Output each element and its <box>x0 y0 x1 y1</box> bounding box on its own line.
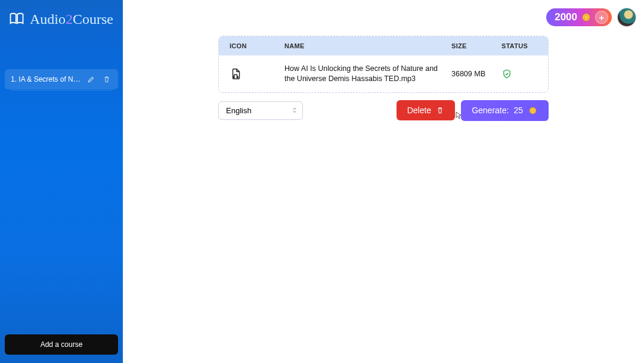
header-size: SIZE <box>451 42 501 49</box>
coin-icon <box>581 12 592 23</box>
course-item[interactable]: 1. IA & Secrets of Nature <box>5 69 118 89</box>
audio-file-icon <box>230 67 284 80</box>
svg-point-0 <box>583 14 590 21</box>
book-icon <box>8 11 25 27</box>
language-select[interactable]: English <box>218 101 303 120</box>
content: ICON NAME SIZE STATUS <box>131 29 636 121</box>
svg-rect-3 <box>237 76 238 77</box>
avatar[interactable] <box>618 8 636 26</box>
credits-value: 2000 <box>555 11 577 23</box>
trash-icon <box>436 106 444 114</box>
credits-add-button[interactable]: + <box>595 11 608 24</box>
actions-row: English Delete <box>218 100 549 121</box>
file-name: How AI Is Unlocking the Secrets of Natur… <box>284 64 451 84</box>
add-course-button[interactable]: Add a course <box>5 334 118 355</box>
files-table: ICON NAME SIZE STATUS <box>218 36 549 93</box>
course-item-label: 1. IA & Secrets of Nature <box>11 75 81 83</box>
cursor-icon <box>454 111 463 120</box>
delete-button[interactable]: Delete <box>397 100 455 120</box>
sidebar: Audio2Course 1. IA & Secrets of Nature <box>0 0 123 363</box>
generate-label: Generate: <box>472 106 509 115</box>
svg-point-4 <box>530 107 536 114</box>
delete-label: Delete <box>407 106 431 115</box>
table-row: How AI Is Unlocking the Secrets of Natur… <box>219 55 548 92</box>
svg-rect-2 <box>233 76 234 77</box>
header-status: STATUS <box>501 42 537 49</box>
file-status <box>501 69 537 79</box>
brand-text: Audio2Course <box>30 11 113 27</box>
edit-icon[interactable] <box>86 74 97 85</box>
file-size: 36809 MB <box>451 70 501 78</box>
trash-icon[interactable] <box>101 74 112 85</box>
divider <box>11 90 112 91</box>
logo: Audio2Course <box>0 7 123 33</box>
credits-pill[interactable]: 2000 + <box>546 8 612 26</box>
shield-check-icon <box>501 69 537 79</box>
header-icon: ICON <box>230 42 284 49</box>
table-header: ICON NAME SIZE STATUS <box>219 36 548 55</box>
header-name: NAME <box>284 42 451 49</box>
generate-cost: 25 <box>513 106 523 115</box>
language-select-input[interactable]: English <box>218 101 303 120</box>
topbar: 2000 + <box>131 6 636 29</box>
generate-button[interactable]: Generate: 25 <box>461 100 549 121</box>
main: 2000 + ICON NAME SIZE STATUS <box>123 0 644 363</box>
file-icon-cell <box>230 67 284 80</box>
course-list: 1. IA & Secrets of Nature <box>0 69 123 91</box>
coin-icon <box>528 106 538 116</box>
